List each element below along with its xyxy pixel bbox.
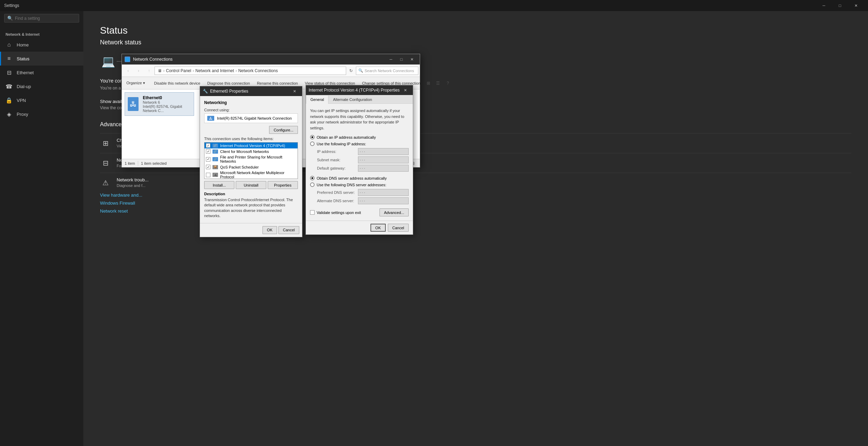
tcp-close-button[interactable]: ✕ — [400, 85, 410, 95]
tcp-titlebar: Internet Protocol Version 4 (TCP/IPv4) P… — [306, 85, 413, 95]
help-button[interactable]: ? — [444, 79, 452, 87]
tcp-dns-fields: Preferred DNS server: · · · Alternate DN… — [317, 189, 409, 204]
organize-button[interactable]: Organize ▾ — [123, 78, 148, 88]
eth-properties-button[interactable]: Properties — [268, 181, 298, 189]
tcp-alternate-dns-input[interactable]: · · · — [358, 197, 409, 204]
nc-close-button[interactable]: ✕ — [407, 54, 417, 65]
eth-list-item-2[interactable]: ✓ 🔗 File and Printer Sharing for Microso… — [205, 154, 298, 164]
sidebar-item-home[interactable]: ⌂ Home — [0, 38, 83, 52]
close-button[interactable]: ✕ — [848, 0, 864, 11]
tcp-subnet-mask-label: Subnet mask: — [317, 158, 355, 162]
eth-uninstall-button[interactable]: Uninstall — [236, 181, 266, 189]
eth-uses-label: This connection uses the following items… — [204, 137, 298, 141]
eth-list-item-4[interactable]: ✓ 🔗 Internet Protocol Version 4 (TCP/IPv… — [205, 143, 298, 148]
tcp-tabs: General Alternate Configuration — [306, 95, 413, 104]
sidebar-item-ethernet[interactable]: ⊟ Ethernet — [0, 66, 83, 79]
eth-adapter-name: Intel(R) 82574L Gigabit Network Connecti… — [217, 116, 295, 120]
eth-close-button[interactable]: ✕ — [290, 86, 299, 96]
nc-titlebar: 🌐 Network Connections ─ □ ✕ — [122, 54, 420, 65]
tcp-advanced-button[interactable]: Advanced... — [379, 208, 409, 216]
tcp-radio-obtain-ip-button[interactable] — [310, 135, 315, 139]
tcp-default-gateway-label: Default gateway: — [317, 166, 355, 170]
minimize-button[interactable]: ─ — [816, 0, 832, 11]
eth-list-item-3[interactable]: ✓ 📦 QoS Packet Scheduler — [205, 164, 298, 170]
nc-search-box[interactable]: 🔍 Search Network Connections — [356, 67, 418, 75]
adapter-item-info: Ethernet0 Network 6 Intel(R) 82574L Giga… — [143, 95, 191, 113]
tcp-cancel-button[interactable]: Cancel — [388, 224, 409, 232]
eth-checkbox-2[interactable]: ✓ — [206, 157, 210, 162]
search-box[interactable]: 🔍 — [4, 14, 79, 23]
tcp-use-ip-label: Use the following IP address: — [317, 142, 366, 146]
sidebar-item-vpn[interactable]: 🔒 VPN — [0, 93, 83, 107]
breadcrumb-part-1[interactable]: Control Panel — [166, 68, 191, 73]
eth-item-label-2: File and Printer Sharing for Microsoft N… — [220, 155, 296, 163]
tcp-window-title: Internet Protocol Version 4 (TCP/IPv4) P… — [309, 88, 400, 93]
titlebar: Settings ─ □ ✕ — [0, 0, 868, 11]
tab-general[interactable]: General — [306, 95, 328, 104]
eth-desc-text: Transmission Control Protocol/Internet P… — [204, 197, 298, 219]
search-input[interactable] — [15, 16, 76, 21]
eth-install-button[interactable]: Install... — [204, 181, 234, 189]
maximize-button[interactable]: □ — [832, 0, 848, 11]
tcp-radio-use-ip-button[interactable] — [310, 141, 315, 146]
eth-checkbox-3[interactable]: ✓ — [206, 165, 210, 169]
eth-ok-button[interactable]: OK — [262, 226, 277, 234]
eth-configure-button[interactable]: Configure... — [269, 126, 298, 134]
tcp-radio-obtain-ip[interactable]: Obtain an IP address automatically — [310, 135, 409, 139]
eth-items-list: ✓ 🔗 Internet Protocol Version 4 (TCP/IPv… — [204, 142, 298, 179]
tcp-radio-use-dns-button[interactable] — [310, 182, 315, 187]
breadcrumb: 🖥 › Control Panel › Network and Internet… — [155, 67, 346, 75]
view-details-button[interactable]: ☰ — [434, 79, 442, 87]
nc-search-icon: 🔍 — [358, 68, 363, 73]
eth-checkbox-5[interactable] — [206, 173, 210, 177]
tcp-preferred-dns-input[interactable]: · · · — [358, 189, 409, 196]
network-icon: ⊟ — [100, 157, 111, 169]
eth-list-item-5[interactable]: 🔌 Microsoft Network Adapter Multiplexor … — [205, 170, 298, 179]
eth-checkbox-1[interactable]: ✓ — [206, 149, 210, 154]
breadcrumb-part-2[interactable]: Network and Internet — [195, 68, 234, 73]
computer-icon: 💻 — [100, 53, 117, 70]
tcp-body: You can get IP settings assigned automat… — [306, 104, 413, 221]
tcp-alternate-dns-row: Alternate DNS server: · · · — [317, 197, 409, 204]
eth-list-item-1[interactable]: ✓ 🔗 Client for Microsoft Networks — [205, 148, 298, 154]
advanced-item-title-3: Network troub... — [117, 177, 149, 182]
tcp-radio-use-ip[interactable]: Use the following IP address: — [310, 141, 409, 146]
tcp-radio-use-dns[interactable]: Use the following DNS server addresses: — [310, 182, 409, 187]
view-toggle-button[interactable]: ⊞ — [424, 79, 433, 87]
adapter-item[interactable]: 🖧 Ethernet0 Network 6 Intel(R) 82574L Gi… — [125, 92, 194, 116]
eth-item-icon-2: 🔗 — [212, 157, 218, 161]
nc-up-button[interactable]: ↑ — [144, 66, 154, 76]
nc-search-placeholder: Search Network Connections — [365, 69, 414, 73]
nc-forward-button[interactable]: › — [134, 66, 143, 76]
nc-back-button[interactable]: ‹ — [123, 66, 133, 76]
breadcrumb-icon: 🖥 — [158, 68, 162, 73]
sidebar-item-proxy[interactable]: ◈ Proxy — [0, 107, 83, 121]
eth-window-title: Ethernet0 Properties — [210, 89, 287, 94]
sidebar-item-status[interactable]: ≡ Status — [0, 52, 83, 66]
tcp-ok-button[interactable]: OK — [370, 224, 386, 232]
breadcrumb-part-3[interactable]: Network Connections — [238, 68, 278, 73]
search-icon: 🔍 — [7, 16, 13, 21]
tcp-alternate-dns-label: Alternate DNS server: — [317, 199, 355, 203]
eth-checkbox-4[interactable]: ✓ — [206, 143, 210, 148]
eth-item-icon-5: 🔌 — [212, 173, 218, 177]
tab-alternate[interactable]: Alternate Configuration — [328, 95, 377, 104]
tcp-validate-checkbox[interactable] — [310, 210, 315, 215]
eth-body: Networking Connect using: 🖧 Intel(R) 825… — [200, 96, 302, 223]
sidebar-item-dialup[interactable]: ☎ Dial-up — [0, 79, 83, 93]
tcp-ip-fields: IP address: · · · Subnet mask: · · · Def… — [317, 148, 409, 172]
tcp-info-text: You can get IP settings assigned automat… — [310, 108, 409, 131]
tcp-radio-obtain-dns-button[interactable] — [310, 176, 315, 180]
app-title: Settings — [4, 3, 19, 8]
eth-cancel-button[interactable]: Cancel — [278, 226, 299, 234]
tcp-subnet-mask-input[interactable]: · · · — [358, 156, 409, 163]
nc-maximize-button[interactable]: □ — [396, 54, 407, 65]
nc-minimize-button[interactable]: ─ — [386, 54, 396, 65]
window-controls: ─ □ ✕ — [816, 0, 864, 11]
nc-refresh-button[interactable]: ↻ — [347, 67, 355, 75]
tcp-ip-address-input[interactable]: · · · — [358, 148, 409, 155]
tcp-radio-obtain-dns[interactable]: Obtain DNS server address automatically — [310, 176, 409, 180]
tcp-default-gateway-input[interactable]: · · · — [358, 165, 409, 172]
disable-network-button[interactable]: Disable this network device — [151, 78, 203, 88]
tcp-validate-row[interactable]: Validate settings upon exit Advanced... — [310, 208, 409, 216]
